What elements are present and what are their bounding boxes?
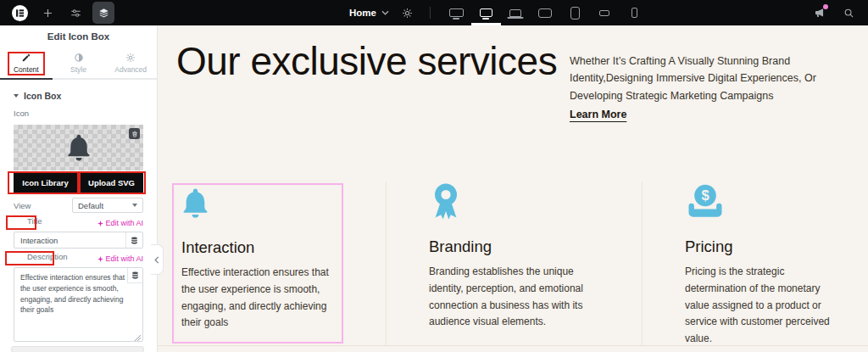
- svg-text:$: $: [701, 187, 709, 203]
- view-select[interactable]: Default: [72, 198, 143, 213]
- device-mobile-landscape-icon[interactable]: [590, 0, 620, 25]
- service-title: Interaction: [181, 238, 334, 257]
- upload-svg-button[interactable]: Upload SVG: [80, 173, 143, 193]
- search-icon: [843, 8, 854, 19]
- widget-edit-panel: Edit Icon Box Content Style Advanced: [0, 25, 158, 352]
- service-column-pricing[interactable]: $ Pricing Pricing is the strategic deter…: [642, 182, 868, 345]
- search-button[interactable]: [837, 2, 860, 24]
- edit-with-ai-description-link[interactable]: Edit with AI: [97, 254, 143, 263]
- money-deposit-icon: $: [685, 183, 726, 221]
- device-mobile-portrait-icon[interactable]: [620, 0, 649, 25]
- tab-style[interactable]: Style: [53, 47, 105, 78]
- device-laptop-icon[interactable]: [501, 0, 531, 25]
- plus-icon: [42, 8, 53, 19]
- active-tab-indicator: [0, 78, 53, 80]
- trash-icon: [131, 131, 138, 137]
- add-element-button[interactable]: [36, 2, 58, 24]
- service-column-branding[interactable]: Branding Branding establishes the unique…: [386, 182, 642, 345]
- icon-preview[interactable]: [14, 125, 143, 170]
- section-icon-box[interactable]: Icon Box: [0, 80, 157, 109]
- bell-icon: [181, 187, 209, 219]
- elementor-logo-icon: [12, 5, 28, 21]
- services-columns: Interaction Effective interaction ensure…: [158, 182, 868, 346]
- database-icon: [131, 271, 139, 279]
- description-textarea[interactable]: Effective interaction ensures that the u…: [14, 267, 143, 342]
- tab-style-label: Style: [70, 65, 86, 74]
- learn-more-link[interactable]: Learn More: [570, 109, 626, 120]
- textarea-resize-handle[interactable]: [135, 335, 141, 341]
- service-title: Branding: [429, 237, 609, 256]
- layers-icon: [98, 8, 109, 19]
- service-column-interaction[interactable]: Interaction Effective interaction ensure…: [158, 182, 386, 345]
- icon-library-button[interactable]: Icon Library: [14, 173, 77, 193]
- tab-content-label: Content: [14, 65, 39, 74]
- view-field-label: View: [14, 201, 31, 210]
- gear-icon: [402, 8, 413, 19]
- service-title: Pricing: [685, 237, 836, 256]
- chevron-left-icon: [154, 256, 159, 264]
- pencil-icon: [21, 53, 31, 63]
- database-icon: [131, 237, 138, 244]
- service-description: Effective interaction ensures that the u…: [181, 265, 334, 332]
- icon-field-label: Icon: [0, 109, 157, 122]
- award-ribbon-icon: [429, 183, 463, 222]
- service-description: Branding establishes the unique identity…: [429, 264, 609, 331]
- editor-top-bar: Home: [0, 0, 868, 25]
- elementor-menu-button[interactable]: [8, 2, 31, 24]
- gear-icon: [125, 53, 136, 63]
- dynamic-tags-button[interactable]: [125, 232, 142, 248]
- ai-sparkle-icon: [97, 221, 103, 226]
- tab-content[interactable]: Content: [0, 47, 53, 78]
- select-caret-icon: [132, 204, 137, 207]
- device-tablet-portrait-icon[interactable]: [560, 0, 590, 25]
- sliders-icon: [70, 8, 81, 19]
- edit-with-ai-title-link[interactable]: Edit with AI: [97, 219, 143, 227]
- device-tablet-landscape-icon[interactable]: [531, 0, 560, 25]
- dynamic-tags-button[interactable]: [127, 268, 142, 283]
- service-description: Pricing is the strategic determination o…: [685, 264, 836, 348]
- ai-sparkle-icon: [97, 256, 103, 262]
- document-switcher[interactable]: Home: [349, 8, 389, 18]
- document-switcher-label: Home: [349, 8, 376, 18]
- description-field-label: Description: [14, 252, 81, 265]
- site-settings-button[interactable]: [397, 2, 419, 24]
- structure-button[interactable]: [92, 2, 114, 24]
- section-title: Icon Box: [24, 91, 61, 101]
- tab-advanced-label: Advanced: [114, 65, 147, 74]
- services-intro-text[interactable]: Whether It’s Crafting A Visually Stunnin…: [570, 53, 862, 104]
- notification-dot: [823, 4, 828, 9]
- device-widescreen-icon[interactable]: [442, 0, 471, 25]
- caret-down-icon: [14, 94, 19, 98]
- tabs-divider: [0, 78, 157, 80]
- bell-icon: [66, 134, 92, 162]
- toolbar-separator: [430, 7, 431, 19]
- tab-advanced[interactable]: Advanced: [104, 47, 157, 78]
- next-control-peek: [11, 346, 144, 352]
- contrast-icon: [74, 53, 84, 63]
- view-select-value: Default: [78, 201, 103, 210]
- panel-collapse-button[interactable]: [151, 244, 164, 275]
- device-desktop-icon[interactable]: [471, 0, 501, 25]
- responsive-device-switcher: [442, 0, 649, 25]
- icon-box-widget-selected[interactable]: Interaction Effective interaction ensure…: [172, 183, 343, 344]
- title-input[interactable]: [14, 232, 125, 248]
- panel-tabs: Content Style Advanced: [0, 47, 157, 78]
- services-heading[interactable]: Our exclusive services: [176, 37, 566, 86]
- remove-icon-button[interactable]: [129, 128, 140, 139]
- preview-canvas: Our exclusive services Whether It’s Craf…: [158, 25, 868, 352]
- finder-button[interactable]: [64, 2, 86, 24]
- panel-title: Edit Icon Box: [0, 25, 157, 47]
- title-field-label: Title: [14, 216, 56, 230]
- whats-new-button[interactable]: [809, 2, 831, 24]
- chevron-down-icon: [381, 10, 389, 15]
